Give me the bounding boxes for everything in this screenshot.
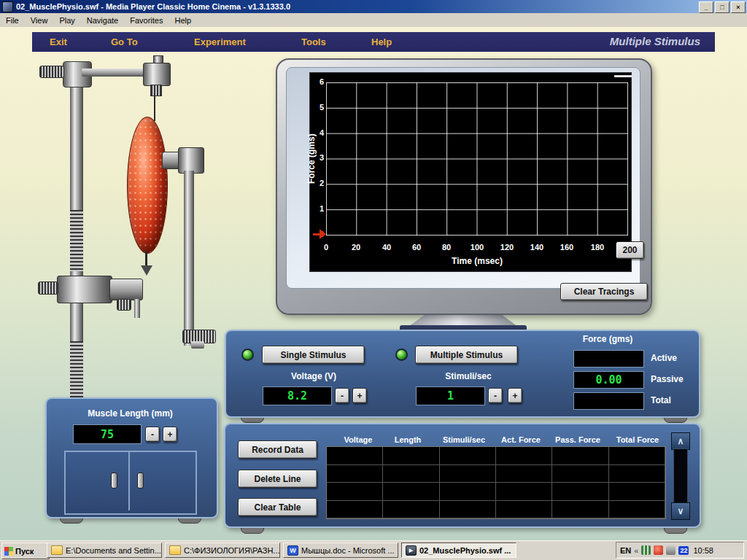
x-tick: 40 [372,243,401,252]
table-cell [609,501,665,519]
column-header-pass-force: Pass. Force [549,435,607,444]
menu-view[interactable]: View [25,16,54,25]
system-tray: EN « 22 10:58 [616,542,744,559]
taskbar-item-label: Мышцы.doc - Microsoft ... [301,546,395,555]
voltage-decrease-button[interactable]: - [335,388,349,403]
table-cell [327,501,383,519]
clear-table-button[interactable]: Clear Table [238,498,317,516]
taskbar-item-explorer-1[interactable]: E:\Documents and Settin... [47,542,162,558]
timescale-200-button[interactable]: 200 [616,241,644,259]
window-titlebar: 02_MusclePhysio.swf - Media Player Class… [0,0,747,13]
trace-plot-area [326,82,628,236]
stand-pole-ribbed-upper [70,210,83,271]
record-data-button[interactable]: Record Data [238,440,317,459]
table-cell [609,447,665,465]
voltage-increase-button[interactable]: + [352,388,367,403]
nav-exit[interactable]: Exit [50,36,67,47]
table-cell [552,447,608,465]
tray-badge[interactable]: 22 [678,546,689,555]
column-header-length: Length [379,435,437,444]
menu-bar: File View Play Navigate Favorites Help [0,13,747,28]
passive-label: Passive [651,374,694,384]
nav-help[interactable]: Help [371,36,392,47]
column-header-total-force: Total Force [608,435,667,444]
x-tick: 0 [311,243,341,252]
stimuli-decrease-button[interactable]: - [488,388,503,403]
folder-icon [169,545,181,555]
lower-clamp-block [109,279,143,300]
language-indicator[interactable]: EN [620,546,631,555]
muscle-length-increase-button[interactable]: + [163,427,177,442]
y-tick: 1 [309,204,324,213]
y-tick: 2 [309,179,324,187]
trace-indicator [614,75,632,77]
single-stimulus-button[interactable]: Single Stimulus [262,346,365,364]
total-force-display [573,392,644,410]
muscle-lower-tendon [145,251,147,267]
delete-line-button[interactable]: Delete Line [238,470,317,488]
cabinet-doors [64,451,197,515]
muscle-length-display: 75 [73,424,142,444]
muscle-lower-hook [141,265,152,276]
table-cell [496,483,552,501]
shield-icon[interactable] [654,545,663,555]
column-header-stimuli: Stimuli/sec [435,435,493,444]
table-cell [383,501,439,519]
lower-clamp-knob[interactable] [38,281,58,295]
table-cell [327,465,383,483]
taskbar-item-word[interactable]: W Мышцы.doc - Microsoft ... [283,542,398,558]
table-cell [609,465,665,483]
multiple-stimulus-led [395,349,408,361]
transducer-rod [184,171,194,346]
column-header-act-force: Act. Force [492,435,550,444]
scrollbar-track[interactable] [673,448,688,504]
stand-thumbscrew-top[interactable] [39,66,64,78]
menu-favorites[interactable]: Favorites [124,16,169,25]
table-cell [383,447,439,465]
muscle-length-decrease-button[interactable]: - [145,427,160,442]
taskbar-item-explorer-2[interactable]: C:\ФИЗИОЛОГИЯ\РАЗН... [165,542,280,558]
tray-collapse-chevron[interactable]: « [634,546,638,555]
app-icon [2,1,13,12]
stimuli-increase-button[interactable]: + [508,388,522,403]
force-section-label: Force (gms) [569,334,646,344]
data-table [326,446,666,519]
clear-tracings-button[interactable]: Clear Tracings [560,283,648,300]
table-cell [327,483,383,501]
table-cell [552,501,608,519]
volume-icon[interactable] [666,545,676,555]
taskbar-item-media-player[interactable]: ▶ 02_MusclePhysio.swf ... [401,542,516,558]
multiple-stimulus-button[interactable]: Multiple Stimulus [415,346,518,364]
minimize-button[interactable]: _ [699,1,713,13]
x-tick: 80 [432,243,461,252]
muscle-specimen[interactable] [127,117,168,254]
start-button[interactable]: Пуск [1,542,50,559]
nav-experiment[interactable]: Experiment [194,36,246,47]
menu-help[interactable]: Help [169,16,197,25]
menu-navigate[interactable]: Navigate [81,16,124,25]
passive-force-display: 0.00 [573,371,644,389]
nav-go-to[interactable]: Go To [111,36,138,47]
scroll-up-button[interactable]: ∧ [671,432,690,450]
close-button[interactable]: × [731,1,746,13]
table-cell [440,501,496,519]
clock[interactable]: 10:58 [693,546,713,555]
table-cell [440,465,496,483]
voltage-display: 8.2 [263,386,332,405]
stimuli-display: 1 [416,386,485,405]
menu-play[interactable]: Play [53,16,80,25]
lower-clamp-small-knob [117,299,131,311]
menu-file[interactable]: File [0,16,25,25]
x-tick: 20 [341,243,371,252]
nav-tools[interactable]: Tools [301,36,326,47]
lower-clamp-screw [134,299,140,318]
table-cell [383,483,439,501]
x-axis-label: Time (msec) [326,256,628,266]
signal-icon[interactable] [641,545,651,555]
y-tick: 5 [309,103,324,112]
taskbar-item-label: 02_MusclePhysio.swf ... [419,546,511,555]
scroll-down-button[interactable]: ∨ [671,502,690,520]
table-cell [440,483,496,501]
word-icon: W [287,545,298,556]
maximize-button[interactable]: □ [715,1,729,13]
